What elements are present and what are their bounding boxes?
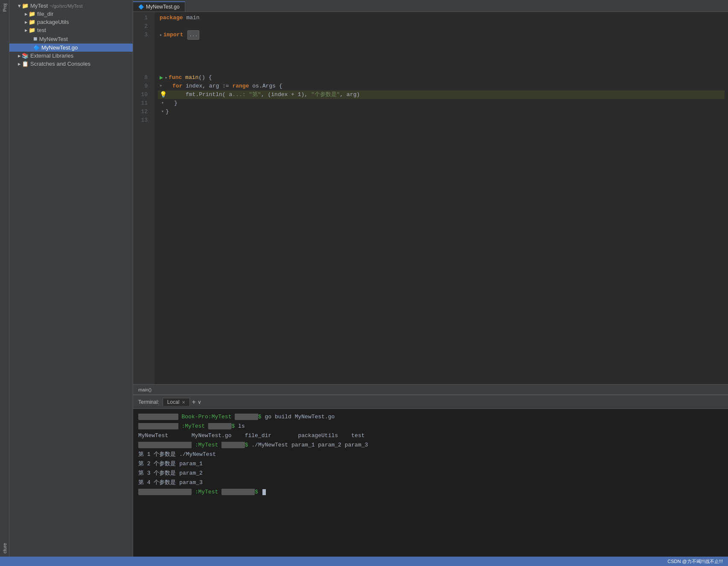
terminal-label: Terminal: xyxy=(138,399,159,405)
keyword-func: func xyxy=(169,73,182,82)
code-line-6 xyxy=(158,56,725,65)
censored-user-1: ████████████ xyxy=(138,414,178,420)
keyword-for: for xyxy=(172,83,182,89)
left-tabs: Proj cture xyxy=(0,0,9,557)
gofile-icon: 🔷 xyxy=(33,45,40,51)
sidebar-item-label: Scratches and Consoles xyxy=(30,61,90,67)
structure-side-tab[interactable]: cture xyxy=(1,540,9,557)
code-content[interactable]: package main ▸ import ... xyxy=(154,12,728,384)
sidebar-item-label: test xyxy=(37,27,46,33)
run-gutter-icon[interactable]: ▶ xyxy=(160,73,163,82)
censored-prompt: ████████████████ xyxy=(138,489,192,495)
sidebar-item-mynewtest[interactable]: ■ MyNewTest xyxy=(9,34,133,44)
keyword-package: package xyxy=(160,14,183,22)
for-expr: os.Args { xyxy=(252,83,282,89)
terminal-dropdown-button[interactable]: ∨ xyxy=(198,399,201,405)
code-line-7 xyxy=(158,65,725,73)
keyword-import: import xyxy=(163,31,183,39)
terminal-tab-close[interactable]: ✕ xyxy=(182,400,185,405)
sidebar-item-mynewtestgo[interactable]: 🔷 MyNewTest.go xyxy=(9,44,133,52)
terminal-line-7: 第 3 个参数是 param_2 xyxy=(138,469,723,478)
comment-dots: ...: xyxy=(232,91,249,98)
breadcrumb-status: main() xyxy=(138,387,151,392)
comma1: , (index + 1), xyxy=(261,91,311,98)
censored-hash-4: ███████ xyxy=(221,442,245,448)
status-bar: main() xyxy=(133,384,728,394)
sidebar-item-file_dir[interactable]: ▸ 📁 file_dir xyxy=(9,10,133,18)
sidebar-item-label: MyNewTest.go xyxy=(41,44,78,51)
terminal-line-3: MyNewTest MyNewTest.go file_dir packageU… xyxy=(138,431,723,441)
folder-icon: 📁 xyxy=(29,11,35,17)
func-paren: () { xyxy=(198,73,212,82)
keyword-range: range xyxy=(232,83,249,89)
project-side-tab[interactable]: Proj xyxy=(1,0,9,15)
sidebar-item-external-libs[interactable]: ▸ 📚 External Libraries xyxy=(9,52,133,60)
code-line-10: 💡 fmt.Println( a...: "第", (index + 1), "… xyxy=(158,90,725,99)
str-param: "个参数是" xyxy=(311,91,340,98)
sidebar-item-scratches[interactable]: ▸ 📋 Scratches and Consoles xyxy=(9,60,133,68)
code-line-1: package main xyxy=(158,14,725,22)
terminal-line-1: ████████████ Book-Pro:MyTest ███████$ go… xyxy=(138,412,723,422)
terminal-add-button[interactable]: + xyxy=(192,398,195,406)
terminal-header: Terminal: Local ✕ + ∨ xyxy=(133,395,728,409)
terminal-output-8: 第 4 个参数是 param_3 xyxy=(138,479,203,486)
code-line-13 xyxy=(158,116,725,125)
terminal-line-4: ████████████████ :MyTest ███████$ ./MyNe… xyxy=(138,441,723,450)
terminal-line-5: 第 1 个参数是 ./MyNewTest xyxy=(138,450,723,459)
fold-bracket-left-8: ▸ xyxy=(165,73,168,82)
fold-line12: ▾ xyxy=(161,108,164,116)
chevron-right-icon: ▸ xyxy=(25,11,28,17)
line10-code: fmt.Println( a...: "第", (index + 1), "个参… xyxy=(186,90,360,99)
fold-line11: ▾ xyxy=(161,99,164,108)
line12-code: } xyxy=(166,108,169,116)
folder-icon: 📁 xyxy=(29,27,35,33)
gofile-tab-icon: 🔷 xyxy=(138,4,144,10)
external-libs-icon: 📚 xyxy=(22,53,29,59)
terminal-cmd-4: ./MyNewTest param_1 param_2 param_3 xyxy=(251,442,368,448)
brand-label: CSDN @力不竭!!!战不止!!! xyxy=(667,558,723,565)
terminal-line-8: 第 4 个参数是 param_3 xyxy=(138,478,723,487)
terminal-user-4: ████████████████ :MyTest ███████$ xyxy=(138,442,248,448)
terminal-tab-label: Local xyxy=(167,399,180,405)
terminal-cursor xyxy=(262,489,266,495)
code-line-4 xyxy=(158,39,725,48)
terminal-cmd-2: ls xyxy=(238,423,245,429)
editor-tab-mynewtestgo[interactable]: 🔷 MyNewTest.go xyxy=(133,1,185,12)
line-numbers: 1 2 3 8 9 10 11 12 13 xyxy=(133,12,154,384)
terminal-tab-local[interactable]: Local ✕ xyxy=(163,398,190,406)
sidebar-item-test[interactable]: ▸ 📁 test xyxy=(9,26,133,34)
code-line-11: ▾ } xyxy=(158,99,725,108)
line11-code: } xyxy=(174,99,178,108)
folder-icon: 📁 xyxy=(22,3,29,9)
scratches-icon: 📋 xyxy=(22,61,29,67)
sidebar: ▾ 📁 MyTest ~/go/src/MyTest ▸ 📁 file_dir … xyxy=(9,0,133,557)
censored-hash-1: ███████ xyxy=(235,414,258,420)
sidebar-item-label: MyTest xyxy=(30,3,48,9)
terminal-content[interactable]: ████████████ Book-Pro:MyTest ███████$ go… xyxy=(133,409,728,557)
censored-user-2: ████████████ xyxy=(138,423,178,429)
code-editor[interactable]: 1 2 3 8 9 10 11 12 13 xyxy=(133,12,728,384)
chevron-right-icon: ▸ xyxy=(25,19,28,25)
func-name-main: main xyxy=(185,73,198,82)
terminal-prompt: ████████████████ :MyTest ██████████$ xyxy=(138,489,258,495)
sidebar-item-packageutils[interactable]: ▸ 📁 packageUtils xyxy=(9,18,133,26)
editor-tabs: 🔷 MyNewTest.go xyxy=(133,0,728,12)
folder-icon: 📁 xyxy=(29,19,35,25)
terminal-output-7: 第 3 个参数是 param_2 xyxy=(138,470,203,476)
sidebar-item-label: MyNewTest xyxy=(39,36,68,42)
str-di: "第" xyxy=(249,91,261,98)
censored-prompt-hash: ██████████ xyxy=(221,489,255,495)
code-line-2 xyxy=(158,22,725,31)
chevron-right-icon: ▸ xyxy=(25,27,28,33)
fold-bracket-left: ▸ xyxy=(160,31,163,39)
terminal-line-2: ████████████ :MyTest ███████$ ls xyxy=(138,422,723,431)
editor-area: 🔷 MyNewTest.go 1 2 3 xyxy=(133,0,728,557)
censored-user-4: ████████████████ xyxy=(138,442,192,448)
sidebar-item-label: packageUtils xyxy=(37,19,69,25)
terminal-output-5: 第 1 个参数是 ./MyNewTest xyxy=(138,451,216,458)
terminal-cmd-1: go build MyNewTest.go xyxy=(265,414,335,420)
collapsed-import[interactable]: ... xyxy=(187,30,199,40)
sidebar-item-label: file_dir xyxy=(37,11,53,17)
sidebar-item-mytest[interactable]: ▾ 📁 MyTest ~/go/src/MyTest xyxy=(9,2,133,10)
bulb-icon[interactable]: 💡 xyxy=(160,90,167,99)
